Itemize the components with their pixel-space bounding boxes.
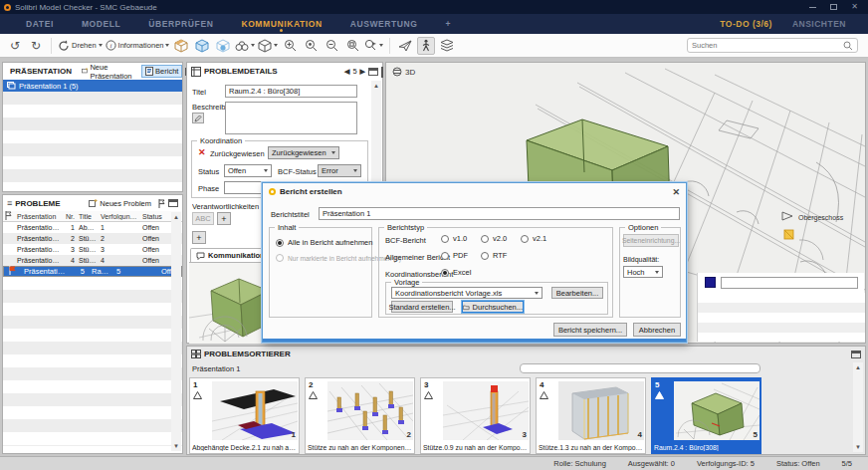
next-problem-icon[interactable]: ▶ bbox=[360, 68, 365, 76]
menu-ueberpruefen[interactable]: ÜBERPRÜFEN bbox=[134, 14, 227, 34]
edit-icon bbox=[194, 115, 202, 122]
zoom-pick-button[interactable] bbox=[364, 37, 383, 55]
float-panel-icon[interactable] bbox=[368, 68, 378, 76]
berichtstitel-label: Berichtstitel bbox=[271, 210, 310, 219]
new-presentation-button[interactable]: Neue Präsentation bbox=[78, 61, 138, 83]
zurueckgewiesen-select[interactable]: Zurückgewiesen bbox=[268, 146, 339, 159]
radio-alle[interactable]: Alle in Bericht aufnehmen bbox=[276, 238, 372, 247]
inhalt-legend: Inhalt bbox=[275, 223, 299, 232]
radio-bcf-v20[interactable]: v2.0 bbox=[481, 234, 507, 243]
format-text-button[interactable] bbox=[192, 113, 204, 123]
layers-icon[interactable] bbox=[438, 37, 456, 55]
problem-row[interactable]: Präsentation 12Stütz...2Offen bbox=[3, 233, 182, 244]
status-count: 5/5 bbox=[842, 459, 852, 468]
problem-thumbnail: 4 bbox=[558, 381, 644, 440]
seiteneinrichtung-button[interactable]: Seiteneinrichtung... bbox=[623, 234, 679, 247]
abbrechen-button[interactable]: Abbrechen bbox=[633, 323, 681, 337]
bearbeiten-button[interactable]: Bearbeiten... bbox=[551, 287, 603, 299]
standard-erstellen-button[interactable]: Standard erstellen... bbox=[391, 301, 453, 313]
report-icon bbox=[145, 67, 153, 76]
berichtstitel-field[interactable] bbox=[319, 207, 680, 220]
maximize-icon[interactable] bbox=[830, 4, 837, 10]
sorter-card[interactable]: 2 2 Stütze zu nah an der K bbox=[305, 377, 415, 454]
panel-title: PROBLEMDETAILS bbox=[204, 67, 278, 76]
details-icon bbox=[191, 67, 201, 77]
problem-thumbnail: 2 bbox=[327, 381, 413, 440]
float-panel-icon[interactable] bbox=[168, 199, 178, 207]
folder-icon bbox=[463, 304, 470, 311]
camera-icon bbox=[309, 391, 318, 399]
problem-row-selected[interactable]: Präsentation 15Raum...5Offen bbox=[3, 266, 182, 277]
binoculars-button[interactable] bbox=[235, 37, 255, 55]
menu-datei[interactable]: DATEI bbox=[12, 14, 68, 34]
add-responsibility-button[interactable]: + bbox=[217, 212, 231, 225]
mini-list-field[interactable] bbox=[721, 277, 858, 289]
walk-mode-icon[interactable] bbox=[417, 37, 435, 55]
menu-modell[interactable]: MODELL bbox=[68, 14, 134, 34]
color-swatch-navy bbox=[705, 277, 716, 288]
bcf-status-label: BCF-Status bbox=[278, 167, 317, 176]
model-cube-lightblue-icon[interactable] bbox=[214, 37, 232, 55]
minimize-icon[interactable] bbox=[809, 7, 816, 8]
radio-pdf[interactable]: PDF bbox=[441, 251, 468, 260]
tab-kommunikation[interactable]: Kommunikation bbox=[190, 248, 271, 262]
camera-icon bbox=[424, 391, 433, 399]
add-item-button[interactable]: + bbox=[192, 231, 206, 244]
menu-kommunikation[interactable]: KOMMUNIKATION bbox=[227, 14, 335, 34]
radio-excel[interactable]: Excel bbox=[441, 268, 471, 277]
probleme-table-header[interactable]: Präsentation Nr. Title Verfolgungs-ID St… bbox=[3, 211, 182, 222]
undo-icon[interactable]: ↺ bbox=[6, 37, 24, 55]
beschreibung-textarea[interactable] bbox=[225, 102, 357, 134]
problem-row[interactable]: Präsentation 11Abge...1Offen bbox=[3, 222, 182, 233]
bericht-speichern-button[interactable]: Bericht speichern... bbox=[553, 323, 627, 337]
information-button[interactable]: i Informationen bbox=[106, 37, 170, 55]
vorlage-select[interactable]: Koordinationsbericht Vorlage.xls bbox=[391, 287, 542, 299]
model-cube-blue-icon[interactable] bbox=[193, 37, 211, 55]
menu-auswertung[interactable]: AUSWERTUNG bbox=[336, 14, 432, 34]
menu-todo[interactable]: TO-DO (3/6) bbox=[710, 19, 782, 29]
abc-button[interactable]: ABC bbox=[192, 212, 214, 225]
bericht-erstellen-dialog: Bericht erstellen ✕ Berichtstitel Inhalt… bbox=[262, 182, 687, 343]
float-panel-icon[interactable] bbox=[381, 67, 383, 78]
sorter-card-selected[interactable]: 5 5 Raum.2.4 : Büro[308] bbox=[651, 377, 761, 454]
bildqualitaet-select[interactable]: Hoch bbox=[623, 266, 663, 278]
dialog-close-icon[interactable]: ✕ bbox=[672, 187, 680, 197]
optionen-group: Optionen Seiteneinrichtung... Bildqualit… bbox=[619, 227, 681, 318]
radio-bcf-v21[interactable]: v2.1 bbox=[521, 234, 546, 243]
new-problem-button[interactable]: Neues Problem bbox=[85, 197, 155, 210]
titel-field[interactable] bbox=[225, 85, 357, 98]
bcf-status-select[interactable]: Error bbox=[318, 164, 361, 177]
sorter-card[interactable]: 1 1 Abgehängte Decke.2.1 zu nah an der K… bbox=[189, 377, 300, 454]
sorter-scrollbar[interactable]: ▲▼ bbox=[853, 362, 863, 452]
prev-problem-icon[interactable]: ◀ bbox=[344, 68, 349, 76]
rejected-x-icon: ✕ bbox=[198, 147, 206, 157]
fly-mode-icon[interactable] bbox=[396, 37, 414, 55]
radio-bcf-v10[interactable]: v1.0 bbox=[441, 234, 467, 243]
rotate-button[interactable]: Drehen bbox=[58, 37, 103, 55]
float-panel-icon[interactable] bbox=[851, 351, 861, 358]
problem-row[interactable]: Präsentation 13Stütz...3Offen bbox=[3, 244, 182, 255]
koordination-legend: Koordination bbox=[197, 136, 245, 145]
view-cube-button[interactable] bbox=[258, 37, 278, 55]
redo-icon[interactable]: ↻ bbox=[27, 37, 45, 55]
durchsuchen-button[interactable]: Durchsuchen... bbox=[462, 301, 524, 313]
sorter-card[interactable]: 3 3 Stütze.0.9 zu nah an der Komponente … bbox=[420, 377, 531, 454]
status-select[interactable]: Offen bbox=[224, 164, 272, 177]
problem-row[interactable]: Präsentation 14Stütz...4Offen bbox=[3, 255, 182, 266]
radio-rtf[interactable]: RTF bbox=[481, 251, 507, 260]
sorter-card[interactable]: 4 4 Stütze.1.3 zu nah an der Komponente … bbox=[536, 377, 646, 454]
sorter-subtitle: Präsentation 1 bbox=[192, 364, 240, 373]
zoom-in-icon[interactable] bbox=[281, 37, 299, 55]
sorter-hscrollbar-thumb[interactable] bbox=[520, 363, 760, 373]
probleme-scrollbar[interactable]: ▲▼ bbox=[171, 212, 181, 451]
zoom-out-icon[interactable] bbox=[323, 37, 340, 55]
close-icon[interactable]: ✕ bbox=[851, 3, 858, 11]
model-cube-orange-icon[interactable] bbox=[172, 37, 190, 55]
search-input[interactable] bbox=[692, 41, 843, 50]
flag-icon[interactable] bbox=[158, 199, 165, 208]
menu-ansichten[interactable]: ANSICHTEN bbox=[782, 19, 856, 29]
menu-add-tab[interactable]: + bbox=[432, 14, 466, 34]
zoom-extents-icon[interactable] bbox=[343, 37, 361, 55]
zoom-selected-icon[interactable] bbox=[302, 37, 320, 55]
report-button[interactable]: Bericht bbox=[141, 65, 182, 78]
